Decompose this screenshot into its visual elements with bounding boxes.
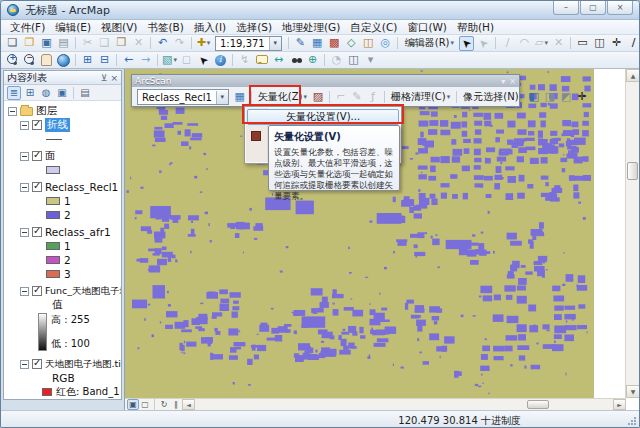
new-document-icon[interactable]: ❏ — [5, 36, 20, 51]
class-symbol[interactable] — [46, 270, 60, 278]
arcscan-options-icon[interactable]: ▾ — [501, 77, 505, 86]
toc-options-icon[interactable]: ▤ — [78, 86, 92, 100]
expand-icon[interactable] — [20, 152, 29, 161]
toolbar-overflow-icon[interactable]: ▾ — [363, 53, 378, 68]
pause-drawing-button[interactable]: ∥ — [170, 399, 182, 410]
magic-erase-icon[interactable]: ◩ — [559, 90, 573, 105]
raster-cleanup-menu-button[interactable]: 栅格清理(C) ▾ — [388, 90, 453, 105]
layer-row-reclass-recl1[interactable]: Reclass_Recl1 — [8, 180, 121, 194]
close-button[interactable]: × — [607, 1, 633, 15]
list-by-drawing-order-icon[interactable]: ≣ — [7, 86, 21, 100]
title-bar[interactable]: 无标题 - ArcMap — [1, 1, 639, 20]
layer-row-func-raster[interactable]: Func_天地图电子地图.tif — [8, 284, 121, 298]
menu-item[interactable]: 视图(V) — [96, 20, 142, 35]
erase-cells-icon[interactable]: ◨ — [543, 90, 557, 105]
vectorization-settings-menu-item[interactable]: 矢量化设置(V)... — [247, 109, 399, 125]
horizontal-scrollbar[interactable] — [195, 399, 613, 411]
pan-hand-icon[interactable] — [39, 53, 54, 68]
editor-menu-button[interactable]: 编辑器(R) ▾ — [401, 36, 458, 51]
menu-item[interactable]: 帮助(H) — [452, 20, 499, 35]
layer-checkbox[interactable] — [32, 182, 42, 192]
editor-shortcut-icon[interactable]: ✎ — [293, 36, 308, 51]
line-symbol[interactable] — [46, 139, 62, 140]
layer-checkbox[interactable] — [32, 359, 42, 369]
viewer-window-icon[interactable]: ◫ — [346, 53, 361, 68]
arctoolbox-icon[interactable]: ▩ — [327, 36, 342, 51]
scroll-down-icon[interactable]: ▼ — [626, 385, 640, 398]
goto-xy-icon[interactable]: ⊕ — [305, 53, 320, 68]
fill-symbol[interactable] — [46, 166, 60, 174]
refresh-view-button[interactable]: ↻ — [158, 399, 170, 410]
menu-item[interactable]: 选择(S) — [231, 20, 277, 35]
expand-icon[interactable] — [20, 121, 29, 130]
layer-label[interactable]: 天地图电子地图.tif — [45, 358, 121, 371]
edit-arrow-tool-icon[interactable]: ➤ — [459, 36, 474, 51]
select-features-icon[interactable]: ▧▾ — [162, 53, 177, 68]
arcscan-title-bar[interactable]: ArcScan ▾ × — [132, 75, 519, 87]
catalog-window-icon[interactable]: ◫ — [361, 36, 376, 51]
identify-icon[interactable] — [213, 53, 228, 68]
search-window-icon[interactable]: ◎ — [378, 36, 393, 51]
fixed-zoom-out-icon[interactable]: ⊟ — [97, 53, 112, 68]
cut-polygons-icon[interactable]: ∕ — [626, 36, 640, 51]
layer-row-polygon[interactable]: 面 — [8, 149, 121, 163]
list-by-source-icon[interactable]: ⊞ — [23, 86, 37, 100]
scroll-left-icon[interactable]: ◄ — [182, 399, 195, 410]
forward-extent-icon[interactable]: → — [138, 53, 153, 68]
save-icon[interactable]: ▣ — [39, 36, 54, 51]
layout-view-button[interactable]: ▢ — [139, 399, 151, 410]
layer-row-polyline[interactable]: 折线 — [8, 118, 121, 132]
expand-icon[interactable] — [20, 287, 29, 296]
scroll-right-icon[interactable]: ► — [613, 399, 626, 410]
split-tool-icon[interactable]: ◫ — [592, 36, 607, 51]
layer-label[interactable]: 面 — [45, 149, 56, 163]
layer-label-selected[interactable]: 折线 — [45, 118, 70, 132]
layer-row-basemap-raster[interactable]: 天地图电子地图.tif — [8, 357, 121, 371]
class-symbol[interactable] — [46, 256, 60, 264]
menu-item[interactable]: 书签(B) — [142, 20, 188, 35]
fixed-zoom-in-icon[interactable]: ⊞ — [80, 53, 95, 68]
select-features-icon-dropdown[interactable]: ▾ — [173, 56, 177, 64]
menu-item[interactable]: 编辑(E) — [50, 20, 96, 35]
menu-item[interactable]: 自定义(C) — [345, 20, 402, 35]
class-symbol[interactable] — [46, 197, 60, 205]
polygon-tool-icon-dropdown[interactable]: ▾ — [544, 39, 548, 47]
paste-icon[interactable]: ❒ — [114, 36, 129, 51]
layer-row-reclass-afr1[interactable]: Reclass_afr1 — [8, 225, 121, 239]
layer-checkbox[interactable] — [32, 227, 42, 237]
list-by-selection-icon[interactable]: ▣ — [55, 86, 69, 100]
layer-label[interactable]: Reclass_Recl1 — [45, 181, 118, 193]
layer-checkbox[interactable] — [32, 151, 42, 161]
measure-icon[interactable]: ↔ — [271, 53, 286, 68]
resize-grip[interactable] — [627, 416, 637, 426]
table-of-contents-icon[interactable]: ▦ — [310, 36, 325, 51]
layer-checkbox[interactable] — [32, 120, 42, 130]
pin-icon[interactable]: ⊻ — [101, 73, 108, 83]
modelbuilder-icon[interactable]: ◇ — [344, 36, 359, 51]
class-symbol[interactable] — [46, 211, 60, 219]
maximize-button[interactable]: ▢ — [580, 1, 606, 15]
print-icon[interactable]: ▤ — [56, 36, 71, 51]
scale-dropdown-icon[interactable]: ▾ — [269, 37, 281, 50]
data-view-button[interactable]: ▣ — [127, 399, 139, 410]
toc-close-icon[interactable]: × — [110, 73, 118, 83]
arcscan-toolbar[interactable]: ArcScan ▾ × Reclass_Recl1 ▾ ▦ 矢量化(Z) ▾ ▨… — [131, 74, 520, 107]
class-symbol[interactable] — [46, 242, 60, 250]
zoom-in-icon[interactable] — [5, 53, 20, 68]
show-preview-icon[interactable]: ▨ — [311, 90, 325, 105]
minimize-button[interactable]: – — [553, 1, 579, 15]
toc-root-row[interactable]: 图层 — [8, 104, 121, 118]
horizontal-scroll-thumb[interactable] — [527, 400, 549, 409]
find-binoculars-icon[interactable] — [288, 53, 303, 68]
open-folder-icon[interactable]: ❐ — [22, 36, 37, 51]
html-popup-icon[interactable] — [254, 53, 269, 68]
vectorization-trace-settings-icon[interactable]: ▦ — [233, 90, 247, 105]
layer-label[interactable]: Func_天地图电子地图.tif — [45, 285, 121, 298]
full-extent-globe-icon[interactable] — [56, 53, 71, 68]
trace-tool-icon[interactable]: ▭ — [575, 36, 590, 51]
arcscan-close-icon[interactable]: × — [509, 77, 516, 86]
select-elements-icon[interactable]: ➤ — [196, 53, 211, 68]
scroll-up-icon[interactable]: ▲ — [626, 69, 640, 82]
list-by-visibility-icon[interactable]: ◍ — [39, 86, 53, 100]
back-extent-icon[interactable]: ← — [121, 53, 136, 68]
